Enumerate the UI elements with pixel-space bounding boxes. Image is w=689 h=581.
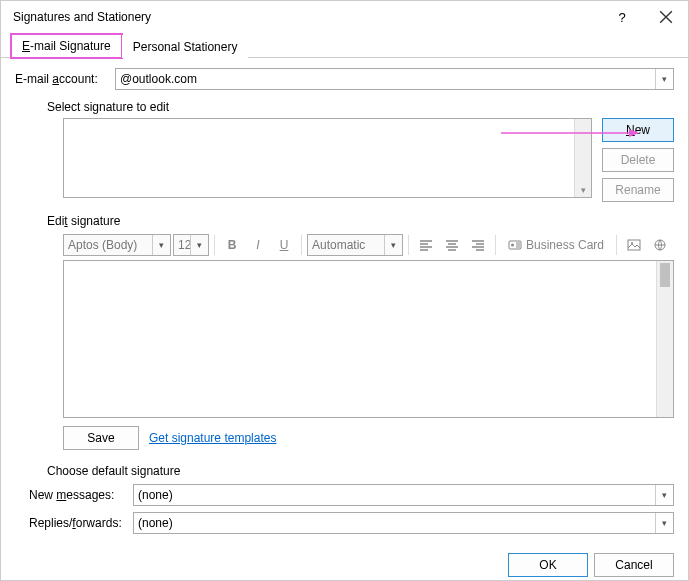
new-button[interactable]: New	[602, 118, 674, 142]
chevron-down-icon: ▾	[655, 69, 673, 89]
underline-button[interactable]: U	[272, 234, 296, 256]
font-family-dropdown[interactable]: Aptos (Body)▾	[63, 234, 171, 256]
business-card-icon	[508, 238, 522, 252]
signatures-dialog: Signatures and Stationery ? E-mail Signa…	[0, 0, 689, 581]
chevron-down-icon: ▾	[655, 513, 673, 533]
dialog-content: E-mail account: @outlook.com ▾ Select si…	[1, 58, 688, 550]
close-button[interactable]	[644, 1, 688, 33]
align-left-button[interactable]	[414, 234, 438, 256]
edit-toolbar: Aptos (Body)▾ 12▾ B I U Automatic▾ Busin…	[63, 232, 674, 258]
align-right-icon	[471, 238, 485, 252]
insert-picture-button[interactable]	[622, 234, 646, 256]
email-account-label: E-mail account:	[15, 72, 115, 86]
svg-rect-4	[628, 240, 640, 250]
business-card-button[interactable]: Business Card	[501, 234, 611, 256]
svg-point-3	[511, 244, 514, 247]
get-templates-link[interactable]: Get signature templates	[149, 431, 276, 445]
edit-signature-label: Edit signature	[47, 214, 674, 228]
new-messages-dropdown[interactable]: (none) ▾	[133, 484, 674, 506]
scrollbar[interactable]	[656, 261, 673, 417]
email-account-dropdown[interactable]: @outlook.com ▾	[115, 68, 674, 90]
dialog-footer: OK Cancel	[1, 550, 688, 580]
bold-button[interactable]: B	[220, 234, 244, 256]
chevron-down-icon: ▾	[152, 235, 170, 255]
tab-personal-stationery[interactable]: Personal Stationery	[122, 35, 249, 58]
font-color-dropdown[interactable]: Automatic▾	[307, 234, 403, 256]
font-size-dropdown[interactable]: 12▾	[173, 234, 209, 256]
picture-icon	[627, 238, 641, 252]
tab-email-signature[interactable]: E-mail Signature	[11, 34, 122, 58]
replies-forwards-dropdown[interactable]: (none) ▾	[133, 512, 674, 534]
replies-forwards-label: Replies/forwards:	[29, 516, 133, 530]
choose-default-label: Choose default signature	[47, 464, 674, 478]
new-messages-label: New messages:	[29, 488, 133, 502]
email-account-value: @outlook.com	[120, 72, 197, 86]
align-right-button[interactable]	[466, 234, 490, 256]
window-title: Signatures and Stationery	[13, 10, 600, 24]
link-icon	[653, 238, 667, 252]
chevron-down-icon: ▾	[190, 235, 208, 255]
italic-button[interactable]: I	[246, 234, 270, 256]
align-left-icon	[419, 238, 433, 252]
align-center-button[interactable]	[440, 234, 464, 256]
tab-bar: E-mail Signature Personal Stationery	[1, 33, 688, 58]
insert-hyperlink-button[interactable]	[648, 234, 672, 256]
help-button[interactable]: ?	[600, 1, 644, 33]
chevron-down-icon: ▾	[384, 235, 402, 255]
titlebar: Signatures and Stationery ?	[1, 1, 688, 33]
signature-list[interactable]: ▾	[63, 118, 592, 198]
align-center-icon	[445, 238, 459, 252]
ok-button[interactable]: OK	[508, 553, 588, 577]
save-button[interactable]: Save	[63, 426, 139, 450]
delete-button[interactable]: Delete	[602, 148, 674, 172]
close-icon	[659, 10, 673, 24]
signature-editor[interactable]	[63, 260, 674, 418]
chevron-down-icon: ▾	[655, 485, 673, 505]
select-signature-label: Select signature to edit	[47, 100, 674, 114]
cancel-button[interactable]: Cancel	[594, 553, 674, 577]
scrollbar[interactable]: ▾	[574, 119, 591, 197]
rename-button[interactable]: Rename	[602, 178, 674, 202]
